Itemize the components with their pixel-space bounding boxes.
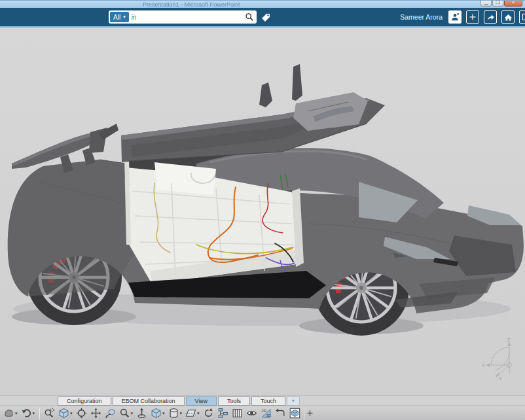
close-icon[interactable]: ×	[504, 0, 522, 7]
zoom-icon[interactable]: ▾	[118, 407, 135, 420]
hide-show-eye-icon[interactable]	[245, 407, 259, 420]
section-icon[interactable]: ▾	[184, 407, 201, 420]
background-window-title: Presentation1 - Microsoft PowerPoint	[143, 1, 240, 8]
iso-view-cube-icon[interactable]: ▾	[57, 407, 74, 420]
car-3d-model[interactable]	[0, 27, 525, 395]
center-target-icon[interactable]	[75, 407, 88, 420]
tag-icon[interactable]	[261, 12, 271, 23]
fly-mode-icon[interactable]	[103, 407, 117, 420]
tab-view[interactable]: View	[186, 396, 217, 406]
undo-icon[interactable]: ▾	[20, 407, 37, 420]
dropdown-caret-icon: ▾	[123, 14, 126, 20]
tab-touch[interactable]: Touch	[251, 396, 285, 406]
view-compass[interactable]: Z X Y	[482, 336, 522, 381]
zoom-settings-icon[interactable]	[43, 407, 56, 420]
user-name: Sameer Arora	[400, 13, 443, 21]
compass-x-label: X	[482, 363, 485, 368]
render-style-icon[interactable]: ▾	[2, 407, 19, 420]
dropdown-caret[interactable]: ▾	[131, 411, 134, 416]
user-avatar-icon[interactable]	[448, 10, 462, 24]
return-arrow-icon[interactable]	[274, 407, 287, 420]
pan-icon[interactable]	[89, 407, 103, 420]
cylinder-view-icon[interactable]: ▾	[167, 407, 184, 420]
panel-edge-icon[interactable]	[519, 10, 525, 24]
rotate-pivot-icon[interactable]	[135, 407, 149, 420]
dropdown-caret[interactable]: ▾	[197, 411, 200, 416]
add-icon[interactable]	[466, 10, 479, 24]
minimize-icon[interactable]: ▁	[480, 0, 492, 7]
app-header: All ▾ Sameer Arora	[0, 8, 525, 26]
2d-3d-toggle-icon[interactable]	[259, 407, 273, 420]
tab-configuration[interactable]: Configuration	[58, 396, 111, 406]
bottom-tab-bar: Configuration EBOM Collaboration View To…	[0, 395, 525, 406]
search-filter-label: All	[113, 14, 120, 21]
viewport-3d[interactable]: Z X Y	[0, 27, 525, 395]
dropdown-caret[interactable]: ▾	[33, 411, 35, 416]
curtain-icon[interactable]	[230, 407, 244, 420]
search-filter-dropdown[interactable]: All ▾	[110, 12, 129, 22]
toolbar-separator	[39, 408, 40, 419]
expand-toolbar-icon[interactable]	[304, 407, 316, 420]
chevron-down-icon[interactable]: ▼	[287, 396, 300, 406]
tab-ebom-collaboration[interactable]: EBOM Collaboration	[113, 396, 185, 406]
dropdown-caret[interactable]: ▾	[162, 411, 165, 416]
car-gullwing-door[interactable]	[121, 64, 385, 162]
bottom-toolbar: ▾ ▾ ▾ ▾ ▾ ▾ ▾	[0, 406, 525, 420]
home-icon[interactable]	[501, 10, 515, 24]
search-icon[interactable]	[245, 12, 254, 22]
background-window-titlebar: Presentation1 - Microsoft PowerPoint ▁ ❐…	[0, 0, 525, 8]
dropdown-caret[interactable]: ▾	[15, 411, 18, 416]
restore-icon[interactable]: ❐	[492, 0, 503, 7]
tab-tools[interactable]: Tools	[218, 396, 250, 406]
search-input[interactable]	[129, 14, 245, 21]
compass-z-label: Z	[507, 338, 511, 342]
compass-y-label: Y	[499, 376, 502, 381]
dropdown-caret[interactable]: ▾	[180, 411, 183, 416]
model-tree-icon[interactable]	[216, 407, 230, 420]
search-bar[interactable]: All ▾	[109, 10, 257, 24]
app-window: Presentation1 - Microsoft PowerPoint ▁ ❐…	[0, 0, 525, 420]
share-icon[interactable]	[484, 10, 497, 24]
refresh-icon[interactable]	[202, 407, 215, 420]
header-right-cluster: Sameer Arora	[400, 8, 523, 26]
dropdown-caret[interactable]: ▾	[70, 411, 73, 416]
boxed-view-icon[interactable]	[288, 407, 302, 420]
view-cube-icon[interactable]: ▾	[149, 407, 166, 420]
